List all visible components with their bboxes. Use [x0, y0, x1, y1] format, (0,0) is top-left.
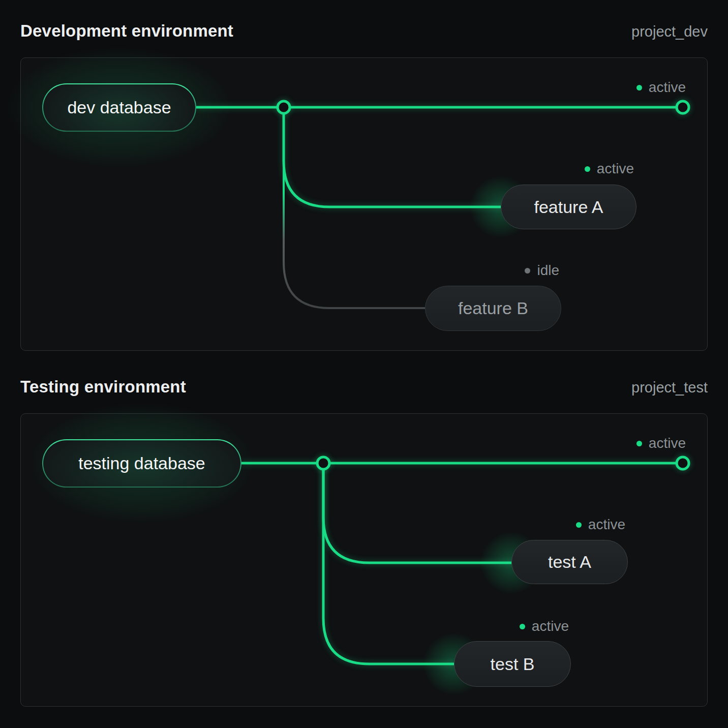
dev-environment-title: Development environment	[20, 21, 233, 41]
test-a-label: test A	[548, 552, 591, 572]
trunk-status-text: active	[649, 79, 686, 96]
test-environment-title: Testing environment	[20, 377, 186, 397]
test-a-status: active	[576, 517, 625, 533]
feature-a-label: feature A	[534, 197, 603, 217]
test-a-node[interactable]: test A	[511, 540, 628, 584]
dev-database-label: dev database	[67, 98, 171, 117]
dev-environment-header: Development environment project_dev	[20, 21, 708, 41]
test-b-status: active	[520, 618, 569, 634]
test-b-status-text: active	[532, 618, 569, 634]
feature-b-label: feature B	[458, 298, 528, 318]
testing-database-node[interactable]: testing database	[42, 439, 241, 488]
branch-line-feature-a	[284, 107, 501, 207]
testing-database-label: testing database	[78, 453, 205, 473]
test-environment-panel: testing database active active test A ac…	[20, 413, 708, 707]
feature-a-node[interactable]: feature A	[501, 185, 636, 229]
test-b-node[interactable]: test B	[454, 641, 571, 687]
feature-b-status-text: idle	[537, 262, 559, 279]
feature-b-status: idle	[525, 262, 559, 279]
active-status-dot-icon	[636, 85, 642, 90]
trunk-status: active	[636, 435, 686, 451]
feature-a-status-text: active	[597, 161, 634, 177]
dev-project-label: project_dev	[631, 23, 708, 40]
test-environment-header: Testing environment project_test	[20, 377, 708, 397]
trunk-status: active	[636, 79, 686, 96]
dev-database-node[interactable]: dev database	[42, 83, 196, 132]
idle-status-dot-icon	[525, 268, 530, 274]
trunk-status-text: active	[649, 435, 686, 451]
active-status-dot-icon	[636, 441, 642, 446]
feature-b-node[interactable]: feature B	[425, 286, 561, 331]
dev-environment-panel: dev database active active feature A idl…	[20, 57, 708, 351]
active-status-dot-icon	[585, 166, 590, 172]
branch-junction-node	[317, 457, 329, 469]
branch-junction-node	[278, 101, 290, 113]
branching-diagram: Development environment project_dev dev …	[0, 0, 728, 728]
test-a-status-text: active	[588, 517, 625, 533]
test-b-label: test B	[491, 654, 535, 674]
trunk-endpoint-node	[677, 457, 689, 469]
test-project-label: project_test	[631, 379, 708, 396]
branch-line-test-a	[323, 463, 511, 563]
active-status-dot-icon	[576, 522, 582, 528]
feature-a-status: active	[585, 161, 634, 177]
active-status-dot-icon	[520, 624, 525, 629]
trunk-endpoint-node	[677, 101, 689, 113]
